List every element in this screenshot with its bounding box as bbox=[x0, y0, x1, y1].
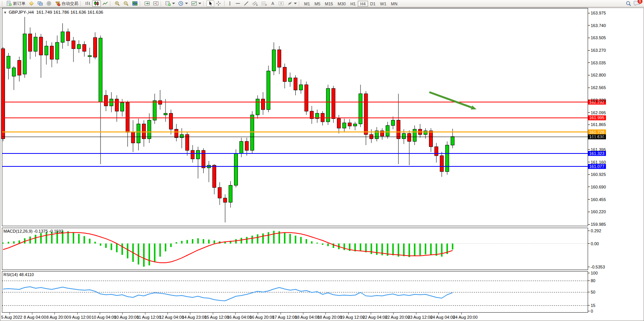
svg-text:24 Aug 04:00: 24 Aug 04:00 bbox=[430, 315, 455, 319]
panel-frames bbox=[2, 8, 588, 313]
svg-text:10 Aug 20:00: 10 Aug 20:00 bbox=[114, 315, 139, 319]
svg-text:23 Aug 12:00: 23 Aug 12:00 bbox=[408, 315, 432, 319]
svg-text:17 Aug 12:00: 17 Aug 12:00 bbox=[272, 315, 297, 319]
svg-text:9 Aug 12:00: 9 Aug 12:00 bbox=[69, 315, 91, 319]
svg-text:10 Aug 04:00: 10 Aug 04:00 bbox=[91, 315, 116, 319]
svg-text:163.035: 163.035 bbox=[591, 61, 606, 65]
svg-text:0.00: 0.00 bbox=[591, 241, 599, 246]
svg-text:0: 0 bbox=[591, 309, 593, 313]
svg-text:161.995: 161.995 bbox=[589, 115, 604, 120]
macd-indicator-label[interactable]: MACD(12,26,9) -0.1375 -0.1592 bbox=[3, 229, 63, 233]
svg-text:16 Aug 04:00: 16 Aug 04:00 bbox=[227, 315, 252, 319]
svg-text:18 Aug 20:00: 18 Aug 20:00 bbox=[317, 315, 342, 319]
svg-text:-0.5353: -0.5353 bbox=[591, 265, 605, 269]
time-axis[interactable]: 5 Aug 20228 Aug 04:008 Aug 20:009 Aug 12… bbox=[1, 313, 478, 319]
svg-text:162.330: 162.330 bbox=[591, 98, 606, 102]
collapse-triangle-icon[interactable]: ▼ bbox=[3, 11, 7, 14]
svg-text:5 Aug 2022: 5 Aug 2022 bbox=[1, 315, 22, 319]
svg-text:161.630: 161.630 bbox=[591, 135, 606, 139]
svg-text:8 Aug 04:00: 8 Aug 04:00 bbox=[24, 315, 46, 319]
svg-text:161.160: 161.160 bbox=[591, 160, 606, 164]
svg-text:100: 100 bbox=[591, 271, 598, 275]
svg-text:162.565: 162.565 bbox=[591, 85, 606, 90]
svg-text:160.925: 160.925 bbox=[591, 172, 606, 177]
chart-canvas[interactable]: 162.292161.995161.728161.636161.323161.0… bbox=[0, 0, 644, 321]
svg-text:16 Aug 20:00: 16 Aug 20:00 bbox=[250, 315, 274, 319]
svg-text:22 Aug 20:00: 22 Aug 20:00 bbox=[385, 315, 410, 319]
svg-text:160.690: 160.690 bbox=[591, 185, 606, 189]
svg-text:161.077: 161.077 bbox=[589, 164, 604, 169]
svg-text:159.985: 159.985 bbox=[591, 222, 606, 227]
svg-text:162.800: 162.800 bbox=[591, 73, 606, 77]
svg-text:19 Aug 12:00: 19 Aug 12:00 bbox=[340, 315, 365, 319]
chart-title: ▼GBPJPY-,H4 161.749 161.786 161.636 161.… bbox=[3, 10, 103, 14]
svg-text:163.975: 163.975 bbox=[591, 11, 606, 15]
svg-text:50: 50 bbox=[591, 290, 595, 294]
svg-text:14 Aug 23:00: 14 Aug 23:00 bbox=[182, 315, 207, 319]
svg-text:22 Aug 04:00: 22 Aug 04:00 bbox=[363, 315, 387, 319]
svg-text:15 Aug 12:00: 15 Aug 12:00 bbox=[204, 315, 229, 319]
svg-text:163.505: 163.505 bbox=[591, 35, 606, 40]
svg-text:24 Aug 20:00: 24 Aug 20:00 bbox=[453, 315, 478, 319]
svg-text:15: 15 bbox=[591, 303, 595, 308]
svg-text:163.270: 163.270 bbox=[591, 48, 606, 53]
svg-text:12 Aug 04:00: 12 Aug 04:00 bbox=[159, 315, 184, 319]
svg-text:163.740: 163.740 bbox=[591, 23, 606, 28]
svg-text:160.220: 160.220 bbox=[591, 209, 606, 214]
svg-text:162.095: 162.095 bbox=[591, 110, 606, 115]
svg-text:18 Aug 04:00: 18 Aug 04:00 bbox=[295, 315, 320, 319]
svg-text:0.292: 0.292 bbox=[591, 228, 601, 233]
chart-window[interactable]: ▼GBPJPY-,H4 161.749 161.786 161.636 161.… bbox=[0, 8, 644, 321]
svg-text:161.865: 161.865 bbox=[591, 122, 606, 127]
svg-text:161.395: 161.395 bbox=[591, 147, 606, 152]
svg-text:80: 80 bbox=[591, 278, 595, 283]
svg-text:11 Aug 12:00: 11 Aug 12:00 bbox=[137, 315, 161, 319]
svg-text:8 Aug 20:00: 8 Aug 20:00 bbox=[46, 315, 69, 319]
svg-text:161.728: 161.728 bbox=[589, 130, 604, 134]
svg-text:160.455: 160.455 bbox=[591, 197, 606, 202]
chart-ohlc-values: 161.749 161.786 161.636 161.636 bbox=[36, 10, 103, 14]
rsi-indicator-label[interactable]: RSI(14) 48.4110 bbox=[3, 272, 34, 277]
chart-symbol-period: GBPJPY-,H4 bbox=[9, 10, 34, 14]
